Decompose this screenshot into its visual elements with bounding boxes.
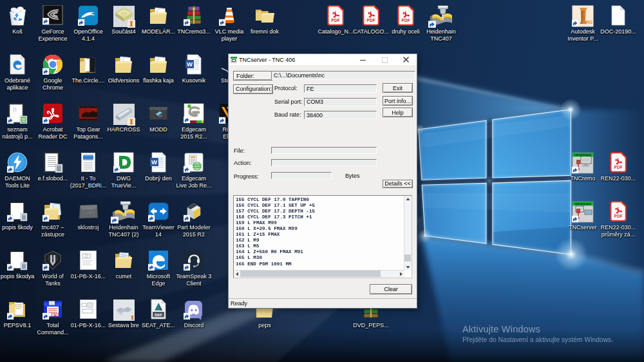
svg-text:PDF: PDF bbox=[614, 214, 622, 218]
svg-text:W: W bbox=[187, 61, 193, 68]
svg-text:PDF: PDF bbox=[366, 18, 375, 23]
svg-text:PRO: PRO bbox=[583, 20, 593, 24]
svg-text:W: W bbox=[151, 158, 157, 166]
svg-text:DXF: DXF bbox=[155, 313, 162, 317]
svg-text:PDF: PDF bbox=[614, 165, 622, 169]
svg-text:PDF: PDF bbox=[401, 18, 410, 23]
svg-text:HEIDENHAIN: HEIDENHAIN bbox=[574, 202, 591, 205]
svg-text:PDF: PDF bbox=[331, 18, 339, 23]
